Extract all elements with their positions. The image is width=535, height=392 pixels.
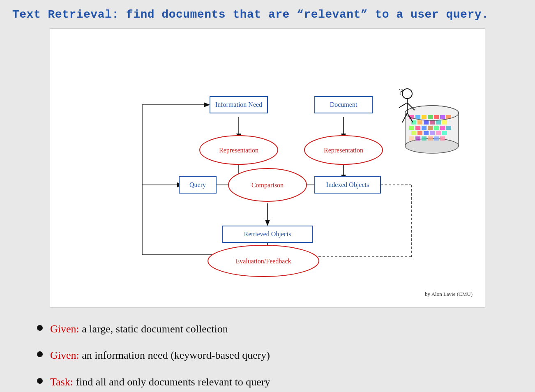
info-need-label: Information Need: [215, 101, 262, 108]
bullet-dot-1: [37, 325, 43, 331]
document-label: Document: [330, 101, 357, 108]
comparison-label: Comparison: [251, 182, 284, 189]
svg-rect-42: [428, 115, 433, 119]
bullet-item-1: Given: a large, static document collecti…: [37, 322, 498, 337]
bullet-text-1: Given: a large, static document collecti…: [50, 322, 228, 337]
svg-rect-60: [417, 131, 422, 135]
bullet-item-2: Given: an information need (keyword-base…: [37, 348, 498, 363]
svg-rect-53: [415, 126, 420, 130]
svg-rect-59: [411, 131, 416, 135]
evaluation-label: Evaluation/Feedback: [235, 258, 291, 265]
retrieved-objects-label: Retrieved Objects: [244, 231, 291, 238]
bullet-text-3: Task: find all and only documents releva…: [50, 375, 270, 390]
indexed-objects-label: Indexed Objects: [326, 181, 369, 189]
svg-rect-66: [415, 136, 420, 141]
svg-rect-69: [434, 136, 439, 141]
svg-rect-52: [409, 126, 414, 130]
doc-repr-label: Representation: [324, 147, 363, 154]
bullet-item-3: Task: find all and only documents releva…: [37, 375, 498, 390]
page-title: Text Retrieval: find documents that are …: [12, 8, 523, 21]
svg-rect-55: [428, 126, 433, 130]
diagram-container: Information Need Document Representation…: [50, 28, 485, 308]
svg-rect-68: [428, 136, 433, 141]
svg-rect-40: [415, 115, 420, 119]
svg-rect-67: [422, 136, 427, 141]
svg-rect-57: [440, 126, 445, 130]
svg-point-38: [405, 138, 459, 153]
bullet-body-3: find all and only documents relevant to …: [73, 376, 270, 388]
attribution: by Alon Lavie (CMU): [58, 291, 477, 297]
bullet-highlight-2: Given:: [50, 349, 79, 361]
bullet-body-1: a large, static document collection: [79, 323, 228, 335]
svg-rect-65: [409, 136, 414, 141]
bullet-highlight-3: Task:: [50, 376, 73, 388]
svg-rect-64: [442, 131, 447, 135]
svg-rect-49: [430, 120, 435, 125]
query-repr-label: Representation: [219, 147, 258, 154]
bullet-body-2: an information need (keyword-based query…: [79, 349, 270, 361]
diagram-svg: Information Need Document Representation…: [62, 41, 473, 288]
bullet-dot-3: [37, 378, 43, 384]
svg-rect-47: [417, 120, 422, 125]
svg-rect-41: [422, 115, 427, 119]
bullet-dot-2: [37, 351, 43, 357]
svg-rect-56: [434, 126, 439, 130]
svg-line-75: [399, 103, 407, 108]
svg-rect-58: [446, 126, 451, 130]
svg-marker-11: [265, 220, 270, 226]
svg-rect-44: [440, 115, 445, 119]
svg-rect-54: [422, 126, 427, 130]
svg-rect-51: [442, 120, 447, 125]
svg-marker-24: [204, 102, 210, 107]
query-label: Query: [189, 181, 206, 189]
svg-point-73: [402, 89, 412, 99]
svg-rect-63: [436, 131, 441, 135]
svg-rect-50: [436, 120, 441, 125]
bullets-section: Given: a large, static document collecti…: [12, 318, 523, 392]
svg-rect-43: [434, 115, 439, 119]
svg-rect-62: [430, 131, 435, 135]
svg-rect-48: [424, 120, 429, 125]
svg-rect-70: [440, 136, 445, 141]
bullet-text-2: Given: an information need (keyword-base…: [50, 348, 270, 363]
bullet-highlight-1: Given:: [50, 323, 79, 335]
svg-rect-61: [424, 131, 429, 135]
